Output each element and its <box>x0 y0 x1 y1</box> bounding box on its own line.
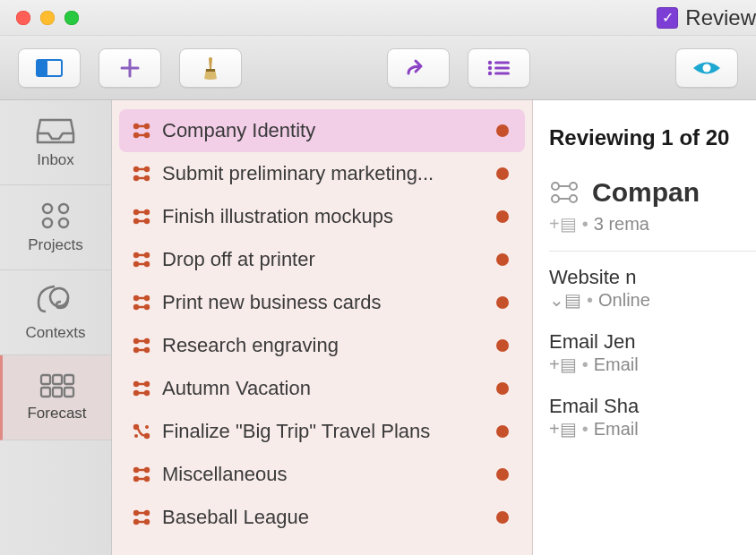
svg-point-9 <box>43 204 52 213</box>
svg-rect-5 <box>494 61 510 64</box>
parallel-project-icon <box>132 380 151 397</box>
brush-icon <box>198 55 223 81</box>
sidebar-toggle-button[interactable] <box>18 48 81 88</box>
project-row[interactable]: Research engraving <box>119 324 525 367</box>
eye-icon <box>692 58 722 78</box>
project-row[interactable]: Company Identity <box>119 109 525 152</box>
project-row[interactable]: Print new business cards <box>119 281 525 324</box>
project-row[interactable]: Submit preliminary marketing... <box>119 152 525 195</box>
status-dot <box>496 425 509 438</box>
task-title: Email Sha <box>549 395 756 418</box>
task-block[interactable]: Email Sha+▤•Email <box>549 395 756 440</box>
svg-rect-18 <box>53 388 62 397</box>
project-row[interactable]: Autumn Vacation <box>119 367 525 410</box>
sidebar-label: Inbox <box>37 151 74 169</box>
status-dot <box>496 167 509 180</box>
svg-point-13 <box>50 288 68 306</box>
separator <box>549 251 756 252</box>
disclosure-collapsed-icon[interactable]: +▤ <box>549 354 577 375</box>
sidebar-item-inbox[interactable]: Inbox <box>0 100 111 185</box>
sidebar-item-projects[interactable]: Projects <box>0 185 111 270</box>
task-meta: +▤•Email <box>549 418 756 440</box>
project-row[interactable]: Baseball League <box>119 496 525 539</box>
window-titlebar: ✓ Review <box>0 0 756 36</box>
parallel-project-icon <box>132 337 151 354</box>
task-block[interactable]: Website n⌄▤•Online <box>549 266 756 311</box>
project-name: Autumn Vacation <box>162 377 485 400</box>
task-block[interactable]: Email Jen+▤•Email <box>549 330 756 375</box>
project-list-pane: Company IdentitySubmit preliminary marke… <box>112 100 533 555</box>
status-dot <box>496 210 509 223</box>
contexts-icon <box>37 283 74 319</box>
project-meta: +▤ • 3 rema <box>549 213 756 235</box>
plus-icon <box>118 56 142 80</box>
svg-point-8 <box>703 64 711 72</box>
task-context: Email <box>594 419 639 440</box>
meta-separator: • <box>582 354 588 375</box>
sidebar-toggle-icon <box>35 57 64 79</box>
perspective-sidebar: Inbox Projects Contexts <box>0 100 112 555</box>
parallel-project-icon <box>132 508 151 526</box>
project-name: Drop off at printer <box>162 248 485 271</box>
add-action-icon[interactable]: +▤ <box>549 213 577 235</box>
sidebar-label: Contexts <box>25 324 85 342</box>
sidebar-item-forecast[interactable]: Forecast <box>0 355 111 440</box>
project-name: Finalize "Big Trip" Travel Plans <box>162 420 485 443</box>
svg-point-10 <box>59 204 68 213</box>
svg-point-2 <box>488 60 492 64</box>
svg-point-4 <box>488 71 492 74</box>
project-name: Research engraving <box>162 334 485 357</box>
view-button[interactable] <box>675 48 738 88</box>
svg-point-12 <box>59 218 68 227</box>
inspector-pane: Reviewing 1 of 20 Compan +▤ • 3 rema Web… <box>533 100 756 555</box>
svg-point-23 <box>570 195 577 202</box>
project-row[interactable]: Drop off at printer <box>119 238 525 281</box>
window-title: ✓ Review <box>657 0 756 35</box>
parallel-project-icon <box>132 208 151 226</box>
project-row[interactable]: Finish illustration mockups <box>119 195 525 238</box>
reviewing-heading: Reviewing 1 of 20 <box>549 125 756 150</box>
svg-rect-15 <box>53 375 62 384</box>
zoom-window-button[interactable] <box>64 11 79 25</box>
status-dot <box>496 468 509 481</box>
svg-point-3 <box>488 65 492 69</box>
parallel-project-icon <box>132 465 151 483</box>
project-title: Compan <box>592 177 700 208</box>
list-view-button[interactable] <box>468 48 530 88</box>
app-icon: ✓ <box>657 7 678 29</box>
status-dot <box>496 124 509 137</box>
list-icon <box>485 58 512 78</box>
window-title-text: Review <box>685 5 756 30</box>
status-dot <box>496 296 509 309</box>
minimize-window-button[interactable] <box>40 11 55 25</box>
sidebar-item-contexts[interactable]: Contexts <box>0 270 111 355</box>
svg-rect-14 <box>41 375 50 384</box>
sidebar-label: Projects <box>28 236 82 254</box>
add-button[interactable] <box>99 48 161 88</box>
project-title-row: Compan <box>549 177 756 208</box>
parallel-project-icon <box>132 165 151 183</box>
cleanup-button[interactable] <box>179 48 242 88</box>
task-context: Online <box>598 290 650 311</box>
review-arrow-button[interactable] <box>387 48 450 88</box>
meta-separator: • <box>587 290 593 311</box>
project-name: Finish illustration mockups <box>162 205 485 228</box>
project-name: Company Identity <box>162 119 485 142</box>
parallel-project-icon <box>132 122 151 140</box>
project-row[interactable]: Miscellaneous <box>119 453 525 496</box>
remaining-count: 3 rema <box>594 214 649 235</box>
disclosure-expanded-icon[interactable]: ⌄▤ <box>549 289 581 311</box>
disclosure-collapsed-icon[interactable]: +▤ <box>549 418 577 440</box>
project-name: Submit preliminary marketing... <box>162 162 485 185</box>
close-window-button[interactable] <box>16 11 30 25</box>
status-dot <box>496 253 509 266</box>
project-row[interactable]: Finalize "Big Trip" Travel Plans <box>119 410 525 453</box>
meta-separator: • <box>582 419 588 440</box>
svg-point-20 <box>552 183 559 190</box>
project-name: Miscellaneous <box>162 463 485 486</box>
task-meta: ⌄▤•Online <box>549 289 756 311</box>
parallel-project-icon <box>132 294 151 312</box>
svg-rect-1 <box>37 60 47 76</box>
svg-rect-19 <box>64 388 73 397</box>
status-dot <box>496 382 509 395</box>
